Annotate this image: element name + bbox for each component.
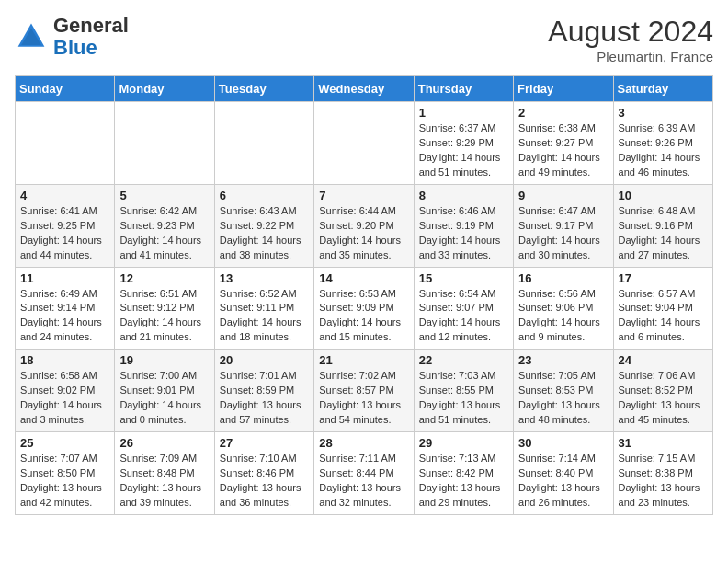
calendar-table: SundayMondayTuesdayWednesdayThursdayFrid… (15, 75, 713, 515)
day-number: 20 (220, 353, 309, 367)
day-number: 17 (619, 271, 708, 285)
page-header: General Blue August 2024 Pleumartin, Fra… (15, 15, 713, 64)
day-info: Sunrise: 7:14 AM Sunset: 8:40 PM Dayligh… (518, 452, 608, 511)
calendar-week-row: 18Sunrise: 6:58 AM Sunset: 9:02 PM Dayli… (16, 350, 713, 432)
day-info: Sunrise: 7:05 AM Sunset: 8:53 PM Dayligh… (518, 369, 608, 428)
day-number: 13 (220, 271, 309, 285)
day-number: 6 (220, 189, 309, 202)
day-number: 29 (419, 436, 508, 450)
calendar-cell: 7Sunrise: 6:44 AM Sunset: 9:20 PM Daylig… (314, 184, 414, 267)
day-info: Sunrise: 6:49 AM Sunset: 9:14 PM Dayligh… (20, 287, 109, 346)
day-number: 9 (518, 189, 608, 202)
calendar-cell: 25Sunrise: 7:07 AM Sunset: 8:50 PM Dayli… (16, 432, 115, 515)
calendar-cell: 11Sunrise: 6:49 AM Sunset: 9:14 PM Dayli… (16, 267, 115, 350)
calendar-week-row: 25Sunrise: 7:07 AM Sunset: 8:50 PM Dayli… (16, 432, 713, 515)
day-number: 28 (319, 436, 408, 450)
day-number: 18 (20, 353, 109, 367)
day-info: Sunrise: 6:46 AM Sunset: 9:19 PM Dayligh… (419, 204, 508, 263)
calendar-cell: 27Sunrise: 7:10 AM Sunset: 8:46 PM Dayli… (214, 432, 313, 515)
calendar-cell: 5Sunrise: 6:42 AM Sunset: 9:23 PM Daylig… (115, 184, 214, 267)
day-number: 4 (20, 189, 109, 202)
day-info: Sunrise: 6:47 AM Sunset: 9:17 PM Dayligh… (518, 204, 608, 263)
day-of-week-header: Thursday (414, 76, 513, 102)
day-number: 27 (220, 436, 309, 450)
day-info: Sunrise: 7:06 AM Sunset: 8:52 PM Dayligh… (619, 369, 708, 428)
calendar-cell (314, 102, 414, 185)
day-number: 16 (518, 271, 608, 285)
calendar-cell: 14Sunrise: 6:53 AM Sunset: 9:09 PM Dayli… (314, 267, 414, 350)
calendar-cell: 13Sunrise: 6:52 AM Sunset: 9:11 PM Dayli… (214, 267, 313, 350)
day-number: 24 (619, 353, 708, 367)
day-info: Sunrise: 7:02 AM Sunset: 8:57 PM Dayligh… (319, 369, 408, 428)
calendar-week-row: 1Sunrise: 6:37 AM Sunset: 9:29 PM Daylig… (16, 102, 713, 185)
logo-text: General Blue (53, 15, 129, 59)
day-info: Sunrise: 7:11 AM Sunset: 8:44 PM Dayligh… (319, 452, 408, 511)
calendar-cell: 4Sunrise: 6:41 AM Sunset: 9:25 PM Daylig… (16, 184, 115, 267)
day-of-week-header: Wednesday (314, 76, 414, 102)
calendar-cell: 3Sunrise: 6:39 AM Sunset: 9:26 PM Daylig… (613, 102, 712, 185)
calendar-cell: 29Sunrise: 7:13 AM Sunset: 8:42 PM Dayli… (414, 432, 513, 515)
day-number: 31 (619, 436, 708, 450)
calendar-header-row: SundayMondayTuesdayWednesdayThursdayFrid… (16, 76, 713, 102)
month-year: August 2024 (548, 15, 713, 49)
day-info: Sunrise: 6:54 AM Sunset: 9:07 PM Dayligh… (419, 287, 508, 346)
day-info: Sunrise: 7:13 AM Sunset: 8:42 PM Dayligh… (419, 452, 508, 511)
day-info: Sunrise: 7:15 AM Sunset: 8:38 PM Dayligh… (619, 452, 708, 511)
calendar-cell: 19Sunrise: 7:00 AM Sunset: 9:01 PM Dayli… (115, 350, 214, 432)
calendar-cell: 8Sunrise: 6:46 AM Sunset: 9:19 PM Daylig… (414, 184, 513, 267)
day-number: 1 (419, 106, 508, 120)
day-number: 12 (119, 271, 209, 285)
day-info: Sunrise: 6:38 AM Sunset: 9:27 PM Dayligh… (518, 121, 608, 180)
day-info: Sunrise: 6:52 AM Sunset: 9:11 PM Dayligh… (220, 287, 309, 346)
calendar-week-row: 11Sunrise: 6:49 AM Sunset: 9:14 PM Dayli… (16, 267, 713, 350)
calendar-cell: 22Sunrise: 7:03 AM Sunset: 8:55 PM Dayli… (414, 350, 513, 432)
day-number: 23 (518, 353, 608, 367)
calendar-cell: 23Sunrise: 7:05 AM Sunset: 8:53 PM Dayli… (514, 350, 613, 432)
calendar-cell (16, 102, 115, 185)
calendar-cell: 31Sunrise: 7:15 AM Sunset: 8:38 PM Dayli… (613, 432, 712, 515)
day-info: Sunrise: 7:07 AM Sunset: 8:50 PM Dayligh… (20, 452, 109, 511)
calendar-cell: 16Sunrise: 6:56 AM Sunset: 9:06 PM Dayli… (514, 267, 613, 350)
calendar-cell (214, 102, 313, 185)
day-of-week-header: Tuesday (214, 76, 313, 102)
calendar-cell: 30Sunrise: 7:14 AM Sunset: 8:40 PM Dayli… (514, 432, 613, 515)
day-number: 25 (20, 436, 109, 450)
day-info: Sunrise: 6:39 AM Sunset: 9:26 PM Dayligh… (619, 121, 708, 180)
calendar-cell: 26Sunrise: 7:09 AM Sunset: 8:48 PM Dayli… (115, 432, 214, 515)
day-info: Sunrise: 6:48 AM Sunset: 9:16 PM Dayligh… (619, 204, 708, 263)
calendar-cell: 10Sunrise: 6:48 AM Sunset: 9:16 PM Dayli… (613, 184, 712, 267)
day-info: Sunrise: 7:03 AM Sunset: 8:55 PM Dayligh… (419, 369, 508, 428)
calendar-cell: 21Sunrise: 7:02 AM Sunset: 8:57 PM Dayli… (314, 350, 414, 432)
day-info: Sunrise: 6:58 AM Sunset: 9:02 PM Dayligh… (20, 369, 109, 428)
calendar-cell (115, 102, 214, 185)
day-number: 30 (518, 436, 608, 450)
day-info: Sunrise: 6:41 AM Sunset: 9:25 PM Dayligh… (20, 204, 109, 263)
day-of-week-header: Friday (514, 76, 613, 102)
day-number: 2 (518, 106, 608, 120)
location: Pleumartin, France (548, 49, 713, 64)
day-number: 11 (20, 271, 109, 285)
day-info: Sunrise: 7:09 AM Sunset: 8:48 PM Dayligh… (119, 452, 209, 511)
day-info: Sunrise: 7:00 AM Sunset: 9:01 PM Dayligh… (119, 369, 209, 428)
calendar-cell: 18Sunrise: 6:58 AM Sunset: 9:02 PM Dayli… (16, 350, 115, 432)
day-number: 19 (119, 353, 209, 367)
day-number: 26 (119, 436, 209, 450)
logo-icon (15, 20, 48, 53)
title-block: August 2024 Pleumartin, France (548, 15, 713, 64)
day-number: 5 (119, 189, 209, 202)
day-of-week-header: Monday (115, 76, 214, 102)
calendar-cell: 1Sunrise: 6:37 AM Sunset: 9:29 PM Daylig… (414, 102, 513, 185)
day-number: 21 (319, 353, 408, 367)
calendar-cell: 12Sunrise: 6:51 AM Sunset: 9:12 PM Dayli… (115, 267, 214, 350)
logo: General Blue (15, 15, 129, 59)
calendar-cell: 15Sunrise: 6:54 AM Sunset: 9:07 PM Dayli… (414, 267, 513, 350)
calendar-cell: 24Sunrise: 7:06 AM Sunset: 8:52 PM Dayli… (613, 350, 712, 432)
day-info: Sunrise: 6:57 AM Sunset: 9:04 PM Dayligh… (619, 287, 708, 346)
day-info: Sunrise: 6:37 AM Sunset: 9:29 PM Dayligh… (419, 121, 508, 180)
day-number: 8 (419, 189, 508, 202)
calendar-cell: 28Sunrise: 7:11 AM Sunset: 8:44 PM Dayli… (314, 432, 414, 515)
calendar-cell: 20Sunrise: 7:01 AM Sunset: 8:59 PM Dayli… (214, 350, 313, 432)
day-info: Sunrise: 6:56 AM Sunset: 9:06 PM Dayligh… (518, 287, 608, 346)
day-info: Sunrise: 6:53 AM Sunset: 9:09 PM Dayligh… (319, 287, 408, 346)
calendar-cell: 9Sunrise: 6:47 AM Sunset: 9:17 PM Daylig… (514, 184, 613, 267)
